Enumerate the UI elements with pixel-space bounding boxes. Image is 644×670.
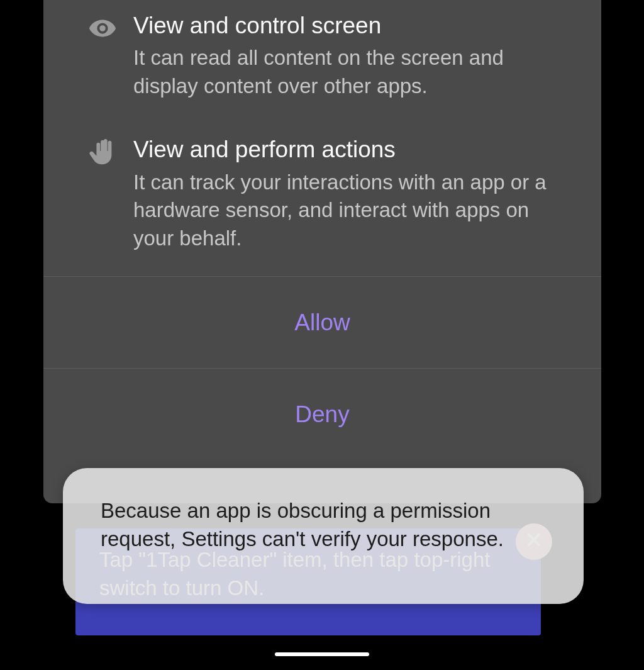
gesture-nav-bar (275, 652, 369, 656)
permission-item: View and control screen It can read all … (43, 0, 601, 124)
hand-icon (72, 135, 133, 167)
permission-description: It can read all content on the screen an… (133, 44, 567, 100)
eye-icon (72, 11, 133, 43)
allow-button[interactable]: Allow (43, 277, 601, 368)
permission-text: View and perform actions It can track yo… (133, 135, 573, 252)
toast-text: Because an app is obscuring a permission… (101, 499, 504, 550)
permission-title: View and perform actions (133, 135, 567, 164)
permission-list: View and control screen It can read all … (43, 0, 601, 276)
accessibility-permission-dialog: View and control screen It can read all … (43, 0, 601, 503)
permission-item: View and perform actions It can track yo… (43, 124, 601, 276)
permission-text: View and control screen It can read all … (133, 11, 573, 100)
permission-title: View and control screen (133, 11, 567, 40)
deny-button[interactable]: Deny (43, 369, 601, 460)
obscured-permission-toast: Because an app is obscuring a permission… (63, 468, 584, 604)
permission-description: It can track your interactions with an a… (133, 169, 567, 253)
